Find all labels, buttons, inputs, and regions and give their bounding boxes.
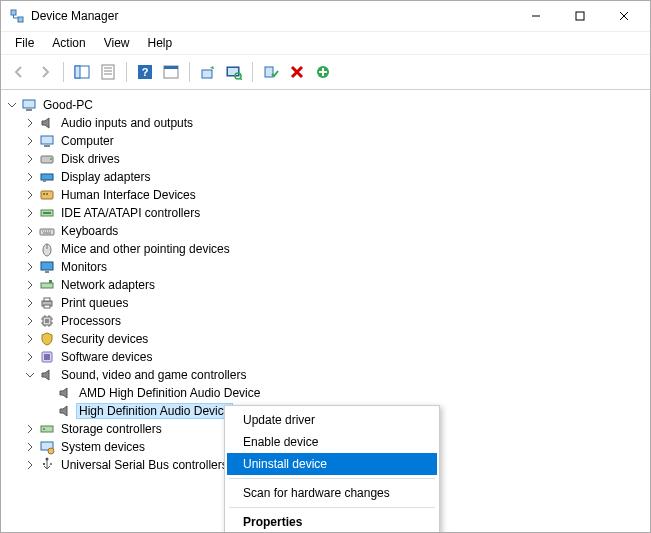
menu-file[interactable]: File <box>7 34 42 52</box>
enable-device-button[interactable] <box>259 60 283 84</box>
system-device-icon <box>39 439 55 455</box>
device-tree-area[interactable]: Good-PC Audio inputs and outputs Compute… <box>1 90 650 532</box>
svg-point-46 <box>46 458 49 461</box>
chevron-right-icon[interactable] <box>23 422 37 436</box>
chevron-right-icon[interactable] <box>23 170 37 184</box>
context-menu-enable-device[interactable]: Enable device <box>227 431 437 453</box>
tree-node-label: Sound, video and game controllers <box>59 368 248 382</box>
menu-help[interactable]: Help <box>140 34 181 52</box>
chevron-right-icon[interactable] <box>23 350 37 364</box>
cpu-icon <box>39 313 55 329</box>
device-manager-window: Device Manager File Action View Help <box>0 0 651 533</box>
scan-hardware-button[interactable] <box>222 60 246 84</box>
tree-node-security[interactable]: Security devices <box>23 330 646 348</box>
chevron-right-icon[interactable] <box>23 116 37 130</box>
tree-node-software[interactable]: Software devices <box>23 348 646 366</box>
svg-rect-33 <box>41 283 53 288</box>
svg-rect-41 <box>44 354 50 360</box>
menu-bar: File Action View Help <box>1 32 650 55</box>
software-device-icon <box>39 349 55 365</box>
speaker-icon <box>39 367 55 383</box>
disk-icon <box>39 151 55 167</box>
maximize-button[interactable] <box>558 2 602 30</box>
svg-point-45 <box>48 448 54 454</box>
computer-icon <box>21 97 37 113</box>
tree-node-processors[interactable]: Processors <box>23 312 646 330</box>
svg-rect-10 <box>202 70 212 78</box>
action-button[interactable] <box>159 60 183 84</box>
tree-node-sound-amd[interactable]: AMD High Definition Audio Device <box>41 384 646 402</box>
context-menu: Update driver Enable device Uninstall de… <box>224 405 440 532</box>
show-hide-tree-button[interactable] <box>70 60 94 84</box>
chevron-right-icon[interactable] <box>23 242 37 256</box>
tree-node-hid[interactable]: Human Interface Devices <box>23 186 646 204</box>
svg-rect-36 <box>44 298 50 301</box>
chevron-right-icon[interactable] <box>23 458 37 472</box>
computer-icon <box>39 133 55 149</box>
tree-node-sound[interactable]: Sound, video and game controllers <box>23 366 646 384</box>
chevron-right-icon[interactable] <box>23 314 37 328</box>
chevron-right-icon[interactable] <box>23 152 37 166</box>
context-menu-update-driver[interactable]: Update driver <box>227 409 437 431</box>
minimize-button[interactable] <box>514 2 558 30</box>
tree-node-label: Keyboards <box>59 224 120 238</box>
keyboard-icon <box>39 223 55 239</box>
svg-rect-5 <box>102 65 114 79</box>
tree-node-ide[interactable]: IDE ATA/ATAPI controllers <box>23 204 646 222</box>
svg-rect-26 <box>46 193 48 195</box>
svg-rect-4 <box>75 66 80 78</box>
toolbar-separator <box>126 62 127 82</box>
tree-node-display[interactable]: Display adapters <box>23 168 646 186</box>
mouse-icon <box>39 241 55 257</box>
chevron-right-icon[interactable] <box>23 188 37 202</box>
chevron-right-icon[interactable] <box>23 440 37 454</box>
chevron-down-icon[interactable] <box>23 368 37 382</box>
forward-button[interactable] <box>33 60 57 84</box>
tree-node-print-queues[interactable]: Print queues <box>23 294 646 312</box>
tree-node-mice[interactable]: Mice and other pointing devices <box>23 240 646 258</box>
tree-node-monitors[interactable]: Monitors <box>23 258 646 276</box>
context-menu-separator <box>229 478 435 479</box>
tree-node-label: Security devices <box>59 332 150 346</box>
ide-controller-icon <box>39 205 55 221</box>
help-button[interactable]: ? <box>133 60 157 84</box>
svg-rect-16 <box>23 100 35 108</box>
tree-node-label: Universal Serial Bus controllers <box>59 458 230 472</box>
context-menu-properties[interactable]: Properties <box>227 511 437 532</box>
chevron-right-icon[interactable] <box>23 332 37 346</box>
tree-node-network[interactable]: Network adapters <box>23 276 646 294</box>
chevron-right-icon[interactable] <box>23 224 37 238</box>
context-menu-scan-hardware[interactable]: Scan for hardware changes <box>227 482 437 504</box>
menu-view[interactable]: View <box>96 34 138 52</box>
add-legacy-hardware-button[interactable] <box>311 60 335 84</box>
chevron-right-icon[interactable] <box>23 134 37 148</box>
svg-rect-18 <box>41 136 53 144</box>
back-button[interactable] <box>7 60 31 84</box>
tree-node-keyboards[interactable]: Keyboards <box>23 222 646 240</box>
close-button[interactable] <box>602 2 646 30</box>
tree-node-label: Human Interface Devices <box>59 188 198 202</box>
network-adapter-icon <box>39 277 55 293</box>
tree-node-computer[interactable]: Computer <box>23 132 646 150</box>
update-driver-button[interactable] <box>196 60 220 84</box>
shield-icon <box>39 331 55 347</box>
chevron-down-icon[interactable] <box>5 98 19 112</box>
chevron-right-icon[interactable] <box>23 206 37 220</box>
chevron-right-icon[interactable] <box>23 296 37 310</box>
chevron-right-icon[interactable] <box>23 278 37 292</box>
tree-node-disk[interactable]: Disk drives <box>23 150 646 168</box>
tree-node-label: Processors <box>59 314 123 328</box>
svg-rect-29 <box>40 229 54 235</box>
context-menu-uninstall-device[interactable]: Uninstall device <box>227 453 437 475</box>
properties-button[interactable] <box>96 60 120 84</box>
toolbar: ? <box>1 55 650 90</box>
hid-icon <box>39 187 55 203</box>
uninstall-device-button[interactable] <box>285 60 309 84</box>
tree-root-node[interactable]: Good-PC <box>5 96 646 114</box>
svg-rect-19 <box>44 145 50 147</box>
menu-action[interactable]: Action <box>44 34 93 52</box>
chevron-right-icon[interactable] <box>23 260 37 274</box>
title-bar: Device Manager <box>1 1 650 32</box>
tree-node-audio-io[interactable]: Audio inputs and outputs <box>23 114 646 132</box>
tree-node-label: Monitors <box>59 260 109 274</box>
